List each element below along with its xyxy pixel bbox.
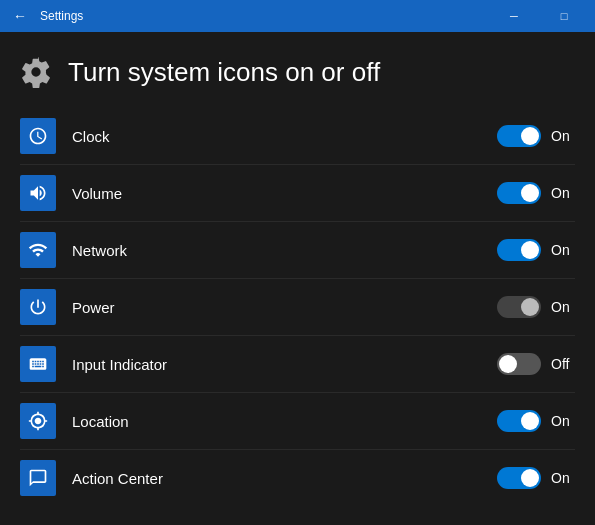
toggle-location[interactable] (497, 410, 541, 432)
toggle-area-location: On (495, 410, 575, 432)
icon-volume (20, 175, 56, 211)
settings-list: Clock On Volume On Network On (0, 108, 595, 506)
label-power: Power (72, 299, 495, 316)
toggle-status-network: On (551, 242, 575, 258)
toggle-knob-input-indicator (499, 355, 517, 373)
toggle-status-clock: On (551, 128, 575, 144)
maximize-button[interactable]: □ (541, 0, 587, 32)
toggle-knob-power (521, 298, 539, 316)
icon-location (20, 403, 56, 439)
icon-power (20, 289, 56, 325)
icon-action-center (20, 460, 56, 496)
toggle-status-volume: On (551, 185, 575, 201)
toggle-status-location: On (551, 413, 575, 429)
titlebar: ← Settings ─ □ (0, 0, 595, 32)
toggle-power[interactable] (497, 296, 541, 318)
toggle-network[interactable] (497, 239, 541, 261)
titlebar-title: Settings (40, 9, 483, 23)
toggle-clock[interactable] (497, 125, 541, 147)
settings-row-network: Network On (20, 222, 575, 279)
toggle-area-clock: On (495, 125, 575, 147)
icon-clock (20, 118, 56, 154)
toggle-action-center[interactable] (497, 467, 541, 489)
toggle-knob-clock (521, 127, 539, 145)
settings-row-action-center: Action Center On (20, 450, 575, 506)
toggle-volume[interactable] (497, 182, 541, 204)
back-button[interactable]: ← (8, 4, 32, 28)
settings-row-input-indicator: Input Indicator Off (20, 336, 575, 393)
icon-network (20, 232, 56, 268)
toggle-area-network: On (495, 239, 575, 261)
label-location: Location (72, 413, 495, 430)
toggle-knob-action-center (521, 469, 539, 487)
page-header: Turn system icons on or off (0, 32, 595, 108)
toggle-area-action-center: On (495, 467, 575, 489)
toggle-status-power: On (551, 299, 575, 315)
toggle-area-power: On (495, 296, 575, 318)
toggle-input-indicator[interactable] (497, 353, 541, 375)
toggle-knob-network (521, 241, 539, 259)
settings-row-location: Location On (20, 393, 575, 450)
toggle-area-volume: On (495, 182, 575, 204)
label-input-indicator: Input Indicator (72, 356, 495, 373)
toggle-status-action-center: On (551, 470, 575, 486)
page-header-icon (20, 56, 52, 88)
toggle-knob-location (521, 412, 539, 430)
toggle-status-input-indicator: Off (551, 356, 575, 372)
settings-row-clock: Clock On (20, 108, 575, 165)
settings-row-volume: Volume On (20, 165, 575, 222)
label-network: Network (72, 242, 495, 259)
label-action-center: Action Center (72, 470, 495, 487)
page-title: Turn system icons on or off (68, 57, 380, 88)
toggle-area-input-indicator: Off (495, 353, 575, 375)
icon-input-indicator (20, 346, 56, 382)
toggle-knob-volume (521, 184, 539, 202)
settings-row-power: Power On (20, 279, 575, 336)
window-controls: ─ □ (491, 0, 587, 32)
minimize-button[interactable]: ─ (491, 0, 537, 32)
label-volume: Volume (72, 185, 495, 202)
label-clock: Clock (72, 128, 495, 145)
